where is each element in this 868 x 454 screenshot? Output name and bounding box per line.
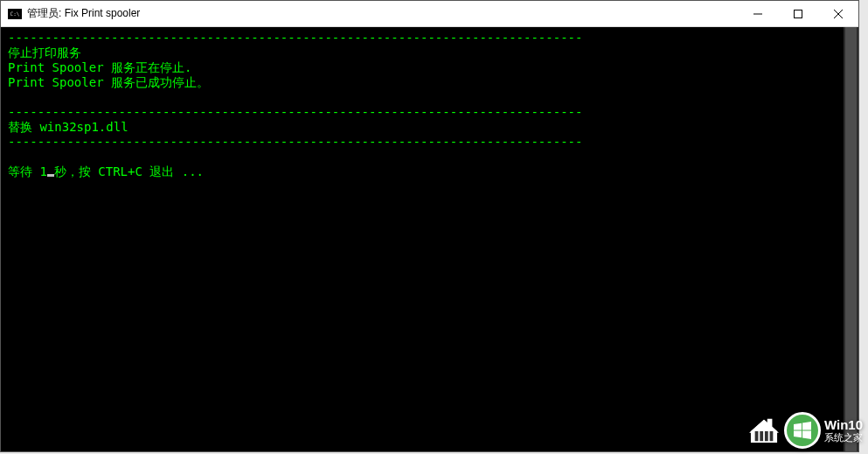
titlebar[interactable]: 管理员: Fix Print spooler	[1, 1, 858, 27]
windows-logo-icon	[792, 420, 813, 441]
maximize-icon	[794, 10, 802, 18]
svg-rect-1	[795, 10, 802, 17]
svg-rect-5	[760, 431, 763, 441]
cursor	[47, 174, 54, 177]
window-controls	[738, 1, 858, 26]
watermark: Win10 系统之家	[747, 412, 863, 449]
minimize-button[interactable]	[738, 1, 778, 26]
minimize-icon	[753, 10, 762, 18]
terminal-output[interactable]: ----------------------------------------…	[1, 27, 858, 451]
watermark-brand-top: Win10	[824, 418, 863, 433]
stop-service-header: 停止打印服务	[8, 45, 81, 59]
watermark-brand-bottom: 系统之家	[824, 432, 863, 443]
service-stopping-line: Print Spooler 服务正在停止.	[8, 60, 191, 74]
wait-line-prefix: 等待 1	[8, 164, 47, 178]
close-icon	[834, 10, 843, 18]
svg-rect-4	[755, 431, 759, 441]
wait-line-suffix: 秒，按 CTRL+C 退出 ...	[54, 164, 204, 178]
cmd-icon	[8, 9, 22, 19]
close-button[interactable]	[818, 1, 858, 26]
separator-line: ----------------------------------------…	[8, 105, 582, 119]
house-icon	[747, 416, 781, 444]
separator-line: ----------------------------------------…	[8, 31, 582, 45]
maximize-button[interactable]	[778, 1, 818, 26]
separator-line: ----------------------------------------…	[8, 135, 582, 149]
svg-rect-6	[765, 431, 768, 441]
watermark-text: Win10 系统之家	[824, 418, 863, 444]
terminal-window: 管理员: Fix Print spooler -----------------…	[0, 0, 859, 452]
scrollbar-thumb[interactable]	[845, 27, 857, 451]
scrollbar[interactable]	[844, 27, 858, 451]
service-stopped-line: Print Spooler 服务已成功停止。	[8, 75, 209, 89]
svg-rect-7	[770, 431, 774, 441]
win10-badge	[784, 412, 821, 449]
replace-dll-line: 替换 win32sp1.dll	[8, 120, 128, 134]
window-title: 管理员: Fix Print spooler	[27, 6, 738, 21]
